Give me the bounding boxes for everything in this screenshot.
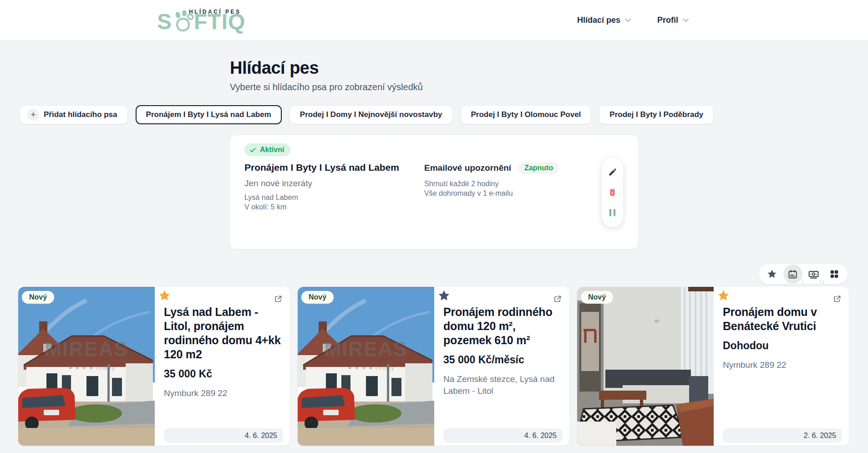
watchdog-chip-pronajem-byty-lysa[interactable]: Pronájem I Byty I Lysá nad Labem (136, 105, 282, 124)
new-badge: Nový (301, 291, 334, 304)
listing-title: Pronájem rodinného domu 120 m², pozemek … (443, 305, 562, 347)
listing-details: Pronájem domu v Benátecké Vrutici Dohodo… (714, 287, 849, 446)
page-intro: Hlídací pes Vyberte si hlídacího psa pro… (230, 58, 638, 92)
listing-results: Nový MIREAS ● ● ● ● realty Lysá nad Labe… (0, 287, 868, 446)
main-nav: Hlídací pes Profil (577, 15, 690, 25)
sort-by-date-button[interactable]: ↓ (783, 265, 802, 284)
nav-item-hlidaci-pes[interactable]: Hlídací pes (577, 15, 632, 25)
favorites-filter-button[interactable] (762, 265, 782, 284)
photo-watermark-sub: ● ● ● ● realty (348, 363, 395, 371)
watchdog-chip-prodej-domy-novostavby[interactable]: Prodej I Domy I Nejnovější novostavby (289, 105, 453, 124)
email-alert-label: Emailové upozornění (424, 163, 511, 173)
status-badge: Aktivní (244, 143, 290, 156)
banknote-icon (808, 269, 819, 280)
watchdog-location: Lysá nad Labem (244, 193, 424, 202)
listing-card[interactable]: Nový MIREAS ● ● ● ● realty Pronájem rodi… (298, 287, 569, 446)
listing-footer: 2. 6. 2025 (723, 428, 842, 443)
listing-date: 4. 6. 2025 (245, 432, 277, 440)
open-listing-icon[interactable] (274, 295, 283, 304)
listing-price: 35 000 Kč (164, 368, 283, 380)
listing-title: Pronájem domu v Benátecké Vrutici (723, 305, 842, 333)
watermark-dots: ● ● ● ● (68, 363, 94, 371)
watchdog-info: Aktivní Pronájem I Byty I Lysá nad Labem… (244, 143, 424, 241)
calendar-icon (787, 269, 798, 280)
listing-date: 4. 6. 2025 (524, 432, 557, 440)
trash-icon (608, 188, 617, 197)
listing-photo: Nový MIREAS ● ● ● ● realty (18, 287, 155, 446)
new-badge: Nový (22, 291, 54, 304)
listing-address: Nymburk 289 22 (164, 387, 283, 399)
add-watchdog-button[interactable]: + Přidat hlídacího psa (20, 105, 128, 124)
add-watchdog-label: Přidat hlídacího psa (44, 110, 117, 119)
chip-label: Prodej I Byty I Olomouc Povel (471, 110, 581, 119)
listing-price: 35 000 Kč/měsíc (443, 354, 562, 366)
check-icon (249, 147, 256, 153)
nav-label: Profil (657, 15, 678, 25)
listing-address: Na Zemské stezce, Lysá nad Labem - Litol (443, 373, 562, 397)
watchdog-mode: Jen nové inzeráty (244, 178, 424, 188)
grid-view-button[interactable] (825, 265, 844, 284)
email-state-badge: Zapnuto (518, 162, 559, 174)
sort-direction-down-icon: ↓ (801, 279, 804, 285)
photo-watermark: MIREAS (18, 338, 155, 361)
listing-photo: Nový MIREAS ● ● ● ● realty (298, 287, 434, 446)
listing-photo: Nový (577, 287, 714, 446)
sort-toolbar: ↓ ↑↓ (759, 264, 848, 284)
delete-button[interactable] (607, 187, 618, 198)
nav-label: Hlídací pes (577, 15, 620, 25)
watermark-suffix: realty (376, 363, 395, 371)
listing-date: 2. 6. 2025 (804, 432, 836, 440)
page-title: Hlídací pes (230, 58, 638, 78)
chip-label: Prodej I Byty I Poděbrady (609, 110, 703, 119)
app-header: S FTIQ HLÍDACÍ PES Hlídací pes Profil (0, 0, 868, 40)
star-icon (766, 269, 777, 280)
sort-direction-updown-icon: ↑↓ (819, 279, 824, 285)
photo-watermark-sub: ● ● ● ● realty (68, 363, 116, 371)
toolbar-row: ↓ ↑↓ (0, 264, 868, 284)
open-listing-icon[interactable] (832, 295, 842, 304)
favorite-star-icon[interactable] (437, 289, 451, 302)
watchdog-actions (602, 158, 623, 227)
pause-button[interactable] (607, 207, 618, 218)
photo-watermark: MIREAS (298, 338, 434, 361)
email-summary: Shrnutí každé 2 hodiny (424, 180, 559, 188)
favorite-star-icon[interactable] (158, 289, 171, 302)
sort-by-price-button[interactable]: ↑↓ (804, 265, 823, 284)
plus-icon: + (27, 109, 39, 121)
new-badge: Nový (581, 291, 613, 304)
grid-icon (829, 269, 839, 279)
nav-item-profil[interactable]: Profil (657, 15, 690, 25)
page-subtitle: Vyberte si hlídacího psa pro zobrazení v… (230, 82, 638, 92)
favorite-star-icon[interactable] (717, 289, 730, 302)
email-settings: Emailové upozornění Zapnuto Shrnutí každ… (424, 143, 559, 241)
chip-label: Prodej I Domy I Nejnovější novostavby (300, 110, 442, 119)
listing-footer: 4. 6. 2025 (443, 428, 563, 443)
listing-price: Dohodou (723, 340, 842, 352)
listing-details: Pronájem rodinného domu 120 m², pozemek … (434, 287, 569, 446)
watchdog-chip-prodej-byty-podebrady[interactable]: Prodej I Byty I Poděbrady (599, 105, 714, 124)
open-listing-icon[interactable] (553, 295, 562, 304)
email-grouping: Vše dohromady v 1 e-mailu (424, 189, 559, 198)
chip-label: Pronájem I Byty I Lysá nad Labem (146, 110, 271, 119)
listing-title: Lysá nad Labem - Litol, pronájem rodinné… (164, 305, 283, 361)
interior-photo-illustration (577, 287, 714, 446)
logo-text-start: S (157, 9, 172, 35)
pause-icon (609, 209, 615, 216)
watermark-dots: ● ● ● ● (348, 363, 373, 371)
listing-card[interactable]: Nový Pronájem domu v Benátecké Vrutici D… (577, 287, 849, 446)
edit-button[interactable] (607, 167, 618, 178)
listing-card[interactable]: Nový MIREAS ● ● ● ● realty Lysá nad Labe… (18, 287, 290, 446)
listing-details: Lysá nad Labem - Litol, pronájem rodinné… (155, 287, 290, 446)
softiq-logo[interactable]: S FTIQ HLÍDACÍ PES (157, 5, 245, 35)
watchdog-detail-card: Aktivní Pronájem I Byty I Lysá nad Labem… (230, 135, 638, 249)
watchdog-radius: V okolí: 5 km (244, 203, 424, 211)
listing-footer: 4. 6. 2025 (164, 428, 283, 443)
watchdog-filter-row: + Přidat hlídacího psa Pronájem I Byty I… (0, 105, 868, 124)
watchdog-title: Pronájem I Byty I Lysá nad Labem (244, 162, 424, 173)
listing-address: Nymburk 289 22 (723, 359, 842, 371)
chevron-down-icon (682, 16, 690, 24)
logo-tagline: HLÍDACÍ PES (189, 9, 241, 15)
watermark-suffix: realty (96, 363, 116, 371)
status-label: Aktivní (260, 146, 284, 154)
watchdog-chip-prodej-byty-olomouc[interactable]: Prodej I Byty I Olomouc Povel (461, 105, 592, 124)
